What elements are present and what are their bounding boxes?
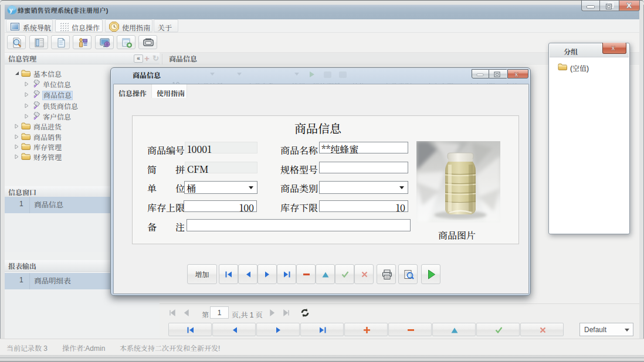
svg-text:x: x bbox=[611, 44, 615, 52]
svg-text:y: y bbox=[9, 7, 13, 13]
svg-text:x: x bbox=[514, 70, 518, 78]
